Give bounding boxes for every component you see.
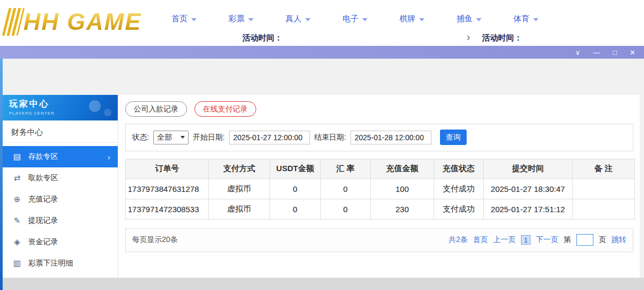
sidebar: 玩家中心 PLAYERS CENTER 财务中心 ▤ 存款专区 › ⇄ 取款专区…	[3, 95, 118, 278]
nav-label: 捕鱼	[456, 14, 472, 24]
main-navigation: 首页 彩票 真人 电子 棋牌 捕鱼	[172, 14, 539, 24]
cell-recharge-status: 支付成功	[434, 199, 484, 219]
chevron-down-icon	[191, 18, 197, 21]
nav-item-boardgames[interactable]: 棋牌	[400, 14, 425, 24]
cell-exchange-rate: 0	[321, 179, 371, 199]
logo-text: HH GAME	[23, 9, 142, 35]
sidebar-item-withdraw[interactable]: ⇄ 取款专区	[3, 167, 118, 189]
chevron-down-icon	[181, 136, 185, 139]
col-exchange-rate: 汇 率	[321, 159, 371, 179]
sidebar-item-lottery-bet-details[interactable]: ▥ 彩票下注明细	[3, 253, 118, 274]
site-logo[interactable]: HH GAME	[5, 4, 142, 39]
start-date-input[interactable]	[229, 131, 310, 144]
sidebar-item-label: 充值记录	[28, 195, 58, 204]
content-area: 公司入款记录 在线支付记录 状态: 全部 开始日期: 结束日期: 查询	[119, 95, 640, 278]
sidebar-item-withdrawal-records[interactable]: ✎ 提现记录	[3, 210, 118, 231]
window-maximize-icon[interactable]: □	[613, 49, 617, 56]
logo-stripes-icon	[2, 8, 25, 36]
sidebar-item-label: 提现记录	[28, 216, 58, 225]
table-row: 1737971472308533 虚拟币 0 0 230 支付成功 2025-0…	[126, 199, 635, 219]
cell-recharge-amount: 100	[371, 179, 434, 199]
start-date-label: 开始日期:	[193, 133, 225, 142]
sidebar-header: 玩家中心 PLAYERS CENTER	[3, 95, 118, 120]
col-order-id: 订单号	[126, 159, 209, 179]
banner-text-fragment: 活动时间：	[242, 33, 282, 43]
col-recharge-amount: 充值金额	[371, 159, 434, 179]
nav-item-slots[interactable]: 电子	[343, 14, 368, 24]
window-body: 玩家中心 PLAYERS CENTER 财务中心 ▤ 存款专区 › ⇄ 取款专区…	[0, 59, 644, 290]
col-submit-time: 提交时间	[484, 159, 573, 179]
nav-label: 首页	[172, 14, 188, 24]
nav-label: 彩票	[229, 14, 244, 24]
cell-submit-time: 2025-01-27 17:51:12	[484, 199, 573, 219]
cell-order-id: 1737973847631278	[126, 179, 209, 199]
gamepad-decor-icon	[88, 98, 112, 117]
nav-label: 电子	[343, 14, 358, 24]
tab-company-deposit-records[interactable]: 公司入款记录	[125, 101, 187, 117]
cell-recharge-amount: 230	[371, 199, 434, 219]
total-count: 共2条	[449, 235, 468, 245]
sidebar-item-funds-records[interactable]: ◈ 资金记录	[3, 231, 118, 253]
window-minimize-icon[interactable]: —	[593, 49, 600, 56]
carousel-next-icon: ›	[467, 31, 470, 43]
cell-submit-time: 2025-01-27 18:30:47	[484, 179, 573, 199]
nav-item-home[interactable]: 首页	[172, 14, 197, 24]
status-select-value: 全部	[157, 133, 172, 142]
jump-button[interactable]: 跳转	[612, 235, 626, 245]
window-close-icon[interactable]: ✕	[630, 49, 635, 56]
per-page-label: 每页显示20条	[132, 235, 178, 245]
player-center-window: ∨ — □ ✕ 玩家中心 PLAYERS CENTER 财务中心 ▤ 存款专区 …	[0, 46, 644, 290]
deposit-icon: ▤	[11, 152, 23, 162]
cell-payment-method: 虚拟币	[209, 179, 270, 199]
first-page-link[interactable]: 首页	[473, 235, 488, 245]
cell-payment-method: 虚拟币	[209, 199, 270, 219]
window-collapse-icon[interactable]: ∨	[575, 49, 581, 56]
sidebar-item-deposit[interactable]: ▤ 存款专区 ›	[3, 146, 118, 167]
cell-remark	[573, 179, 635, 199]
tab-online-payment-records[interactable]: 在线支付记录	[194, 101, 256, 117]
nav-item-fishing[interactable]: 捕鱼	[456, 14, 482, 24]
sidebar-item-label: 存款专区	[28, 152, 58, 162]
nav-item-lottery[interactable]: 彩票	[229, 14, 254, 24]
top-navigation-bar: HH GAME 首页 彩票 真人 电子 棋牌	[0, 0, 644, 46]
table-header-row: 订单号 支付方式 USDT金额 汇 率 充值金额 充值状态 提交时间 备 注	[126, 159, 635, 179]
jump-label-before: 第	[564, 235, 571, 245]
cell-exchange-rate: 0	[321, 199, 371, 219]
recharge-icon: ⊕	[11, 195, 23, 204]
banner-text-fragment: 活动时间：	[482, 33, 522, 43]
withdrawal-record-icon: ✎	[11, 216, 23, 225]
nav-item-sports[interactable]: 体育	[513, 14, 539, 24]
end-date-input[interactable]	[350, 131, 431, 144]
chevron-down-icon	[305, 18, 311, 21]
chevron-down-icon	[533, 18, 539, 21]
jump-label-after: 页	[599, 235, 606, 245]
nav-item-live[interactable]: 真人	[286, 14, 311, 24]
sidebar-section-finance: 财务中心	[3, 120, 118, 143]
col-remark: 备 注	[573, 159, 635, 179]
prev-page-link[interactable]: 上一页	[493, 235, 516, 245]
nav-label: 棋牌	[400, 14, 415, 24]
withdraw-icon: ⇄	[11, 173, 23, 183]
status-label: 状态:	[132, 133, 149, 142]
payment-records-table: 订单号 支付方式 USDT金额 汇 率 充值金额 充值状态 提交时间 备 注 1	[125, 159, 635, 220]
nav-label: 体育	[513, 14, 529, 24]
chevron-right-icon: ›	[108, 152, 110, 162]
chevron-down-icon	[476, 18, 482, 21]
col-payment-method: 支付方式	[209, 159, 270, 179]
nav-label: 真人	[286, 14, 301, 24]
cell-recharge-status: 支付成功	[434, 179, 484, 199]
window-titlebar: ∨ — □ ✕	[0, 46, 644, 59]
sidebar-item-recharge-records[interactable]: ⊕ 充值记录	[3, 189, 118, 210]
status-select[interactable]: 全部	[153, 131, 189, 144]
jump-page-input[interactable]	[576, 234, 593, 246]
chevron-down-icon	[419, 18, 425, 21]
next-page-link[interactable]: 下一页	[536, 235, 558, 245]
col-usdt-amount: USDT金额	[270, 159, 321, 179]
lottery-detail-icon: ▥	[11, 259, 23, 268]
query-button[interactable]: 查询	[440, 130, 467, 145]
sidebar-item-label: 资金记录	[28, 237, 58, 247]
sidebar-item-label: 彩票下注明细	[28, 259, 73, 268]
cell-usdt-amount: 0	[270, 199, 321, 219]
cell-usdt-amount: 0	[270, 179, 321, 199]
col-recharge-status: 充值状态	[434, 159, 484, 179]
